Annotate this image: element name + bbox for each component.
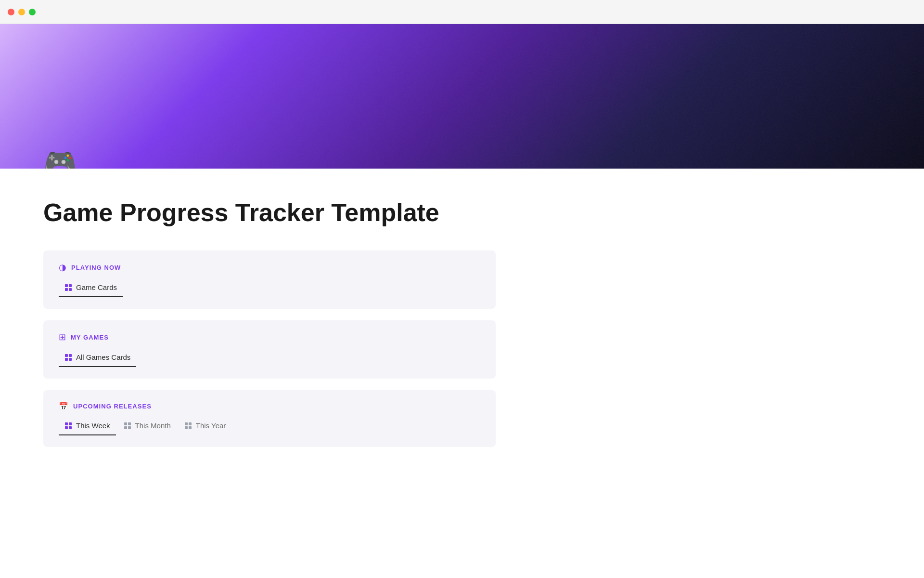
playing-now-title: PLAYING NOW <box>71 264 121 271</box>
tab-game-cards[interactable]: Game Cards <box>59 280 123 297</box>
svg-rect-8 <box>65 422 68 425</box>
titlebar <box>0 0 924 24</box>
my-games-icon: ⊞ <box>59 332 66 342</box>
upcoming-releases-title: UPCOMING RELEASES <box>73 403 152 410</box>
grid-icon-5 <box>184 422 192 430</box>
svg-rect-5 <box>69 354 72 357</box>
tab-all-games-cards-label: All Games Cards <box>76 353 130 361</box>
svg-rect-10 <box>65 426 68 429</box>
tab-this-year-label: This Year <box>196 421 226 430</box>
svg-rect-19 <box>189 426 192 429</box>
my-games-header: ⊞ MY GAMES <box>59 332 480 342</box>
my-games-section: ⊞ MY GAMES All Games Cards <box>43 320 496 379</box>
playing-now-header: ◑ PLAYING NOW <box>59 262 480 273</box>
svg-rect-0 <box>65 284 68 287</box>
svg-rect-14 <box>124 426 127 429</box>
tab-this-year[interactable]: This Year <box>179 419 232 435</box>
tab-all-games-cards[interactable]: All Games Cards <box>59 350 136 367</box>
my-games-title: MY GAMES <box>71 334 109 341</box>
svg-rect-12 <box>124 422 127 425</box>
svg-rect-18 <box>185 426 188 429</box>
upcoming-releases-section: 📅 UPCOMING RELEASES This Week <box>43 390 496 447</box>
svg-rect-1 <box>69 284 72 287</box>
page-title: Game Progress Tracker Template <box>43 197 630 227</box>
upcoming-releases-header: 📅 UPCOMING RELEASES <box>59 402 480 411</box>
upcoming-releases-icon: 📅 <box>59 402 68 411</box>
grid-icon-2 <box>64 354 72 361</box>
maximize-button[interactable] <box>29 9 36 15</box>
tab-this-week[interactable]: This Week <box>59 419 116 435</box>
main-content: Game Progress Tracker Template ◑ PLAYING… <box>0 169 674 487</box>
svg-rect-2 <box>65 288 68 291</box>
grid-icon <box>64 284 72 291</box>
grid-icon-4 <box>124 422 131 430</box>
tab-this-month-label: This Month <box>135 421 171 430</box>
svg-rect-11 <box>69 426 72 429</box>
tab-this-month[interactable]: This Month <box>118 419 177 435</box>
svg-rect-17 <box>189 422 192 425</box>
svg-rect-13 <box>128 422 131 425</box>
page-emoji-icon: 🎮 <box>43 146 77 169</box>
tab-this-week-label: This Week <box>76 421 110 430</box>
svg-rect-16 <box>185 422 188 425</box>
playing-now-icon: ◑ <box>59 262 66 273</box>
my-games-tabs: All Games Cards <box>59 350 480 367</box>
minimize-button[interactable] <box>18 9 25 15</box>
svg-rect-7 <box>69 358 72 361</box>
svg-rect-15 <box>128 426 131 429</box>
upcoming-releases-tabs: This Week This Month This Year <box>59 419 480 435</box>
svg-rect-3 <box>69 288 72 291</box>
playing-now-section: ◑ PLAYING NOW Game Cards <box>43 250 496 309</box>
svg-rect-6 <box>65 358 68 361</box>
tab-game-cards-label: Game Cards <box>76 283 117 291</box>
svg-rect-9 <box>69 422 72 425</box>
playing-now-tabs: Game Cards <box>59 280 480 297</box>
close-button[interactable] <box>8 9 14 15</box>
grid-icon-3 <box>64 422 72 430</box>
hero-banner: 🎮 <box>0 24 924 169</box>
svg-rect-4 <box>65 354 68 357</box>
